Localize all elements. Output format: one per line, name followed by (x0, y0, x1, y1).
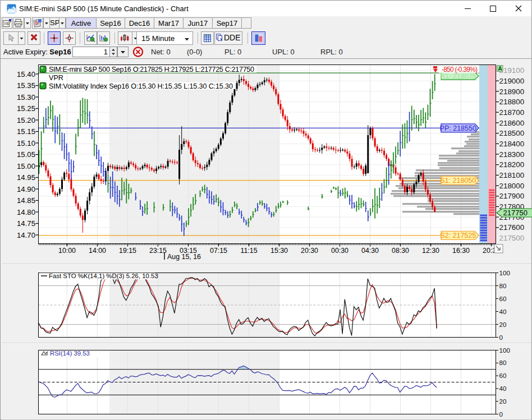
svg-text:15.25: 15.25 (17, 104, 35, 113)
svg-text:SIM:E-mini S&P 500 Sep16 O:217: SIM:E-mini S&P 500 Sep16 O:217825 H:2179… (49, 66, 254, 73)
svg-text:218100: 218100 (499, 171, 525, 179)
svg-text:A: A (498, 66, 502, 72)
svg-text:80: 80 (499, 359, 507, 366)
svg-text:00:30: 00:30 (331, 247, 348, 255)
svg-text:20: 20 (499, 398, 507, 405)
svg-text:218800: 218800 (499, 98, 525, 106)
svg-text:0: 0 (499, 410, 503, 418)
svg-text:SIM:Volatility Index Sep16 O:1: SIM:Volatility Index Sep16 O:15.30 H:15.… (49, 82, 233, 90)
svg-text:217500: 217500 (499, 234, 525, 242)
svg-text:100: 100 (499, 347, 510, 354)
svg-text:15.35: 15.35 (17, 81, 35, 90)
svg-text:0: 0 (499, 334, 503, 341)
svg-text:217600: 217600 (499, 223, 525, 232)
svg-text:20:30: 20:30 (301, 247, 318, 255)
svg-text:80: 80 (499, 282, 507, 289)
svg-text:14.95: 14.95 (17, 173, 35, 182)
svg-text:218400: 218400 (499, 140, 525, 148)
svg-text:RSI(14) 39.53: RSI(14) 39.53 (50, 350, 90, 357)
svg-text:100: 100 (499, 269, 510, 276)
svg-text:15.15: 15.15 (17, 127, 35, 136)
svg-text:218300: 218300 (499, 150, 525, 159)
svg-text:12:30: 12:30 (422, 247, 439, 255)
svg-text:07:15: 07:15 (210, 247, 227, 255)
svg-text:15.00: 15.00 (17, 162, 35, 170)
svg-text:15:30: 15:30 (270, 247, 288, 255)
svg-text:219000: 219000 (499, 77, 525, 85)
svg-text:20: 20 (499, 321, 507, 328)
svg-text:Aug 15, 16: Aug 15, 16 (167, 253, 201, 261)
svg-text:08:30: 08:30 (392, 247, 409, 255)
svg-text:15.05: 15.05 (17, 150, 35, 159)
svg-text:60: 60 (499, 295, 507, 302)
svg-text:14.75: 14.75 (17, 219, 35, 228)
svg-text:15.20: 15.20 (17, 116, 35, 124)
svg-text:217750: 217750 (503, 209, 528, 217)
svg-text:218200: 218200 (499, 160, 525, 169)
svg-text:14.80: 14.80 (17, 208, 35, 216)
svg-text:218600: 218600 (499, 119, 525, 127)
svg-text:218000: 218000 (499, 182, 525, 190)
svg-text:218500: 218500 (499, 129, 525, 137)
svg-text:40: 40 (499, 308, 507, 315)
svg-text:218900: 218900 (499, 87, 525, 96)
svg-text:04:30: 04:30 (361, 247, 379, 255)
svg-text:14.90: 14.90 (17, 185, 35, 193)
svg-text:10:00: 10:00 (58, 247, 76, 255)
svg-text:VPR: VPR (49, 74, 63, 82)
svg-text:217900: 217900 (499, 192, 525, 200)
svg-text:19:15: 19:15 (119, 247, 136, 255)
svg-text:15.40: 15.40 (17, 70, 35, 79)
svg-text:15.30: 15.30 (17, 93, 35, 101)
svg-text:-850 (-0.39%): -850 (-0.39%) (442, 66, 478, 73)
svg-text:15.10: 15.10 (17, 139, 35, 147)
svg-text:60: 60 (499, 372, 507, 379)
svg-text:14.85: 14.85 (17, 196, 35, 205)
svg-text:11:15: 11:15 (240, 247, 257, 255)
svg-text:16:30: 16:30 (452, 247, 470, 255)
svg-text:40: 40 (499, 385, 507, 392)
svg-text:14:00: 14:00 (89, 247, 106, 255)
svg-text:S2: 217525: S2: 217525 (440, 232, 476, 239)
svg-text:14.70: 14.70 (17, 231, 35, 239)
svg-text:Fast STO %K(14,1) %D(3) 5.26,: Fast STO %K(14,1) %D(3) 5.26, 10.53 (49, 273, 158, 279)
svg-text:218700: 218700 (499, 108, 525, 117)
svg-text:S1: 218050: S1: 218050 (440, 177, 476, 184)
svg-text:PP: 218550: PP: 218550 (440, 124, 476, 132)
